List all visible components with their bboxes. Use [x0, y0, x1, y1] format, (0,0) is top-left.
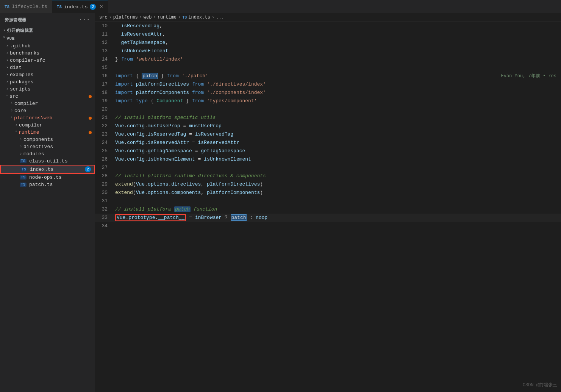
sidebar-item-packages[interactable]: packages: [0, 78, 95, 86]
code-line-23: 23 Vue.config.isReservedTag = isReserved…: [95, 130, 561, 139]
line-content-34: [114, 222, 561, 230]
benchmarks-chevron: [6, 51, 8, 55]
dist-chevron: [6, 66, 8, 70]
line-content-21: // install platform specific utils: [114, 114, 561, 122]
line-num-34: 34: [95, 222, 114, 230]
ts-badge-patch: TS: [20, 183, 27, 187]
line-num-29: 29: [95, 180, 114, 189]
line-num-27: 27: [95, 164, 114, 172]
vue-root-section[interactable]: VUE: [0, 35, 95, 42]
compiler-sfc-chevron: [6, 58, 8, 62]
line-content-17: import platformDirectives from './direct…: [114, 80, 561, 89]
bc-sep4: ›: [178, 15, 181, 20]
bc-indexts: index.ts: [188, 15, 210, 20]
platforms-web-label: platforms\web: [14, 115, 52, 121]
sidebar-item-scripts[interactable]: scripts: [0, 86, 95, 93]
tab-lifecycle[interactable]: TS lifecycle.ts: [0, 0, 52, 13]
code-line-16: 16 import { patch } from './patch' Evan …: [95, 72, 561, 80]
tab-lifecycle-label: lifecycle.ts: [12, 4, 47, 9]
code-line-27: 27: [95, 164, 561, 172]
core-label: core: [14, 108, 26, 114]
sidebar-item-components[interactable]: components: [0, 136, 95, 143]
directives-label: directives: [23, 144, 53, 150]
compiler2-label: compiler: [19, 122, 42, 128]
line-content-32: // install platform patch function: [114, 205, 561, 214]
line-num-31: 31: [95, 197, 114, 205]
bc-web: web: [144, 15, 152, 20]
sidebar-item-src[interactable]: src: [0, 93, 95, 100]
sidebar-item-platforms-web[interactable]: platforms\web: [0, 114, 95, 122]
github-label: .github: [10, 43, 31, 49]
sidebar-item-patch-ts[interactable]: TS patch.ts: [0, 181, 95, 188]
scripts-chevron: [6, 87, 8, 91]
benchmarks-label: benchmarks: [10, 50, 39, 56]
tab-bar: TS lifecycle.ts TS index.ts 2 ×: [0, 0, 561, 13]
close-tab-button[interactable]: ×: [100, 4, 103, 10]
sidebar-item-directives[interactable]: directives: [0, 143, 95, 150]
open-editors-section[interactable]: 打开的编辑器: [0, 26, 95, 35]
code-line-22: 22 Vue.config.mustUseProp = mustUseProp: [95, 122, 561, 130]
sidebar-item-class-util[interactable]: TS class-util.ts: [0, 158, 95, 165]
platforms-web-dot: [89, 117, 92, 120]
line-num-15: 15: [95, 64, 114, 72]
line-num-26: 26: [95, 155, 114, 164]
sidebar-item-index-ts[interactable]: TS index.ts 2: [0, 165, 95, 174]
line-num-30: 30: [95, 189, 114, 197]
code-line-18: 18 import platformComponents from './com…: [95, 89, 561, 97]
modules-label: modules: [23, 151, 44, 157]
code-editor[interactable]: 10 isReservedTag, 11 isReservedAttr, 12 …: [95, 22, 561, 392]
sidebar-item-compiler-sfc[interactable]: compiler-sfc: [0, 57, 95, 64]
ts-badge-class-util: TS: [20, 159, 27, 163]
line-content-11: isReservedAttr,: [114, 30, 561, 39]
code-line-26: 26 Vue.config.isUnknownElement = isUnkno…: [95, 155, 561, 164]
breadcrumb: src › platforms › web › runtime › TS ind…: [95, 13, 561, 22]
modules-chevron: [20, 152, 22, 156]
vue-root-label: VUE: [7, 36, 15, 41]
sidebar-item-dist[interactable]: dist: [0, 64, 95, 71]
scripts-label: scripts: [10, 86, 31, 92]
sidebar-menu-button[interactable]: ···: [79, 16, 90, 23]
line-content-27: [114, 164, 561, 172]
sidebar-item-compiler[interactable]: compiler: [0, 100, 95, 107]
sidebar-item-modules[interactable]: modules: [0, 150, 95, 158]
sidebar-title: 资源管理器: [5, 17, 27, 23]
src-dot: [89, 95, 92, 98]
bc-dots: ...: [216, 15, 224, 20]
line-content-12: getTagNamespace,: [114, 39, 561, 47]
line-content-14: } from 'web/util/index': [114, 55, 561, 64]
sidebar-item-runtime[interactable]: runtime: [0, 129, 95, 136]
sidebar-item-compiler2[interactable]: compiler: [0, 122, 95, 129]
line-content-18: import platformComponents from './compon…: [114, 89, 561, 97]
bc-sep2: ›: [139, 15, 142, 20]
code-line-28: 28 // install platform runtime directive…: [95, 172, 561, 180]
code-line-24: 24 Vue.config.isReservedAttr = isReserve…: [95, 139, 561, 147]
dist-label: dist: [10, 65, 22, 70]
runtime-dot: [89, 131, 92, 134]
line-num-10: 10: [95, 22, 114, 30]
examples-chevron: [6, 73, 8, 77]
line-num-14: 14: [95, 55, 114, 64]
open-editors-chevron: [3, 28, 6, 33]
line-content-16: import { patch } from './patch': [114, 72, 497, 80]
bc-platforms: platforms: [113, 15, 138, 20]
code-line-12: 12 getTagNamespace,: [95, 39, 561, 47]
line-num-24: 24: [95, 139, 114, 147]
ts-icon-active: TS: [57, 5, 62, 9]
sidebar-item-benchmarks[interactable]: benchmarks: [0, 50, 95, 57]
tab-badge: 2: [90, 4, 96, 10]
patch-ts-label: patch.ts: [29, 182, 53, 187]
core-chevron: [11, 109, 13, 113]
components-label: components: [23, 137, 53, 142]
sidebar-item-node-ops[interactable]: TS node-ops.ts: [0, 174, 95, 181]
tab-index[interactable]: TS index.ts 2 ×: [52, 0, 108, 13]
line-num-25: 25: [95, 147, 114, 155]
code-line-32: 32 // install platform patch function: [95, 205, 561, 214]
code-line-34: 34: [95, 222, 561, 230]
vue-chevron: [3, 36, 5, 41]
sidebar-item-examples[interactable]: examples: [0, 71, 95, 78]
code-line-21: 21 // install platform specific utils: [95, 114, 561, 122]
sidebar-item-github[interactable]: .github: [0, 42, 95, 50]
sidebar-item-core[interactable]: core: [0, 107, 95, 114]
tab-index-label: index.ts: [64, 4, 88, 10]
editor-area: src › platforms › web › runtime › TS ind…: [95, 13, 561, 392]
